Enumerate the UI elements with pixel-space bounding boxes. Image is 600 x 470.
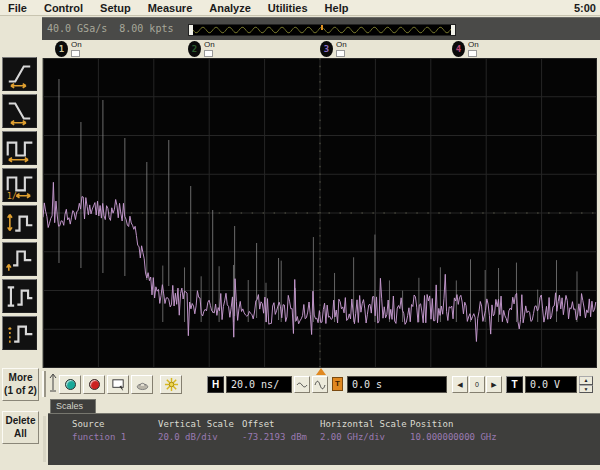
fall-time-icon: [4, 114, 35, 129]
channel-indicator[interactable]: [71, 50, 80, 57]
cursor-marker-icon[interactable]: [48, 372, 58, 394]
channel-2-button[interactable]: 2On: [188, 41, 215, 57]
run-icon: [65, 379, 76, 390]
v-top-icon: [4, 336, 35, 351]
source-value[interactable]: function 1: [72, 432, 126, 442]
hscale-increase-button[interactable]: [312, 376, 328, 393]
stop-icon: [89, 379, 100, 390]
waveform-graticule: [43, 58, 597, 368]
printer-icon: [135, 378, 150, 392]
channel-2-number: 2: [188, 41, 201, 57]
preview-waveform: [193, 25, 453, 35]
position-zero-button[interactable]: 0: [469, 376, 485, 393]
channel-button-row: 1On2On3On4On: [42, 40, 600, 58]
touch-window-icon: [111, 377, 126, 392]
menu-setup[interactable]: Setup: [100, 2, 131, 14]
more-page-label: (1 of 2): [4, 385, 37, 396]
channel-3-button[interactable]: 3On: [320, 41, 347, 57]
scope-main-area: 40.0 GSa/s 8.00 kpts 1On2On3On4On: [42, 17, 600, 470]
col-header-vscale: Vertical Scale: [158, 419, 234, 429]
channel-indicator[interactable]: [336, 50, 345, 57]
col-header-offset: Offset: [242, 419, 275, 429]
horizontal-scale-field[interactable]: 20.0 ns/: [226, 376, 292, 393]
stop-button[interactable]: [83, 375, 105, 394]
clear-display-star-icon: [164, 377, 179, 392]
acquisition-status-bar: 40.0 GSa/s 8.00 kpts: [42, 17, 600, 40]
v-top-icon-button[interactable]: [2, 316, 37, 350]
rise-time-icon: [4, 77, 35, 92]
menu-bar: File Control Setup Measure Analyze Utili…: [0, 0, 600, 16]
channel-indicator[interactable]: [204, 50, 213, 57]
position-right-button[interactable]: ▶: [486, 376, 502, 393]
period-icon: [4, 151, 35, 166]
channel-4-number: 4: [452, 41, 465, 57]
channel-on-label: On: [204, 41, 215, 49]
channel-4-button[interactable]: 4On: [452, 41, 479, 57]
negative-width-icon-button[interactable]: [2, 242, 37, 276]
col-header-position: Position: [410, 419, 453, 429]
delete-label: Delete: [5, 415, 35, 426]
trigger-setup-button[interactable]: T: [506, 376, 523, 393]
positive-width-icon: [4, 225, 35, 240]
trigger-level-spinner: ▲ ▼: [579, 376, 593, 393]
sample-rate-and-depth: 40.0 GSa/s 8.00 kpts: [47, 23, 173, 34]
fall-time-icon-button[interactable]: [2, 94, 37, 128]
channel-1-number: 1: [55, 41, 68, 57]
menu-measure[interactable]: Measure: [148, 2, 193, 14]
preview-center-tick: [321, 25, 323, 30]
touch-window-button[interactable]: [107, 375, 129, 394]
period-icon-button[interactable]: [2, 131, 37, 165]
v-amplitude-icon-button[interactable]: [2, 279, 37, 313]
channel-on-label: On: [71, 41, 82, 49]
hscale-decrease-button[interactable]: [294, 376, 310, 393]
spinner-up-button[interactable]: ▲: [579, 376, 593, 385]
waveform-display[interactable]: [42, 58, 597, 368]
more-label: More: [9, 372, 33, 383]
positive-width-icon-button[interactable]: [2, 205, 37, 239]
delete-all-label: All: [14, 428, 27, 439]
position-value[interactable]: 10.000000000 GHz: [410, 432, 497, 442]
negative-width-icon: [4, 262, 35, 277]
trigger-position-field[interactable]: 0.0 s: [347, 376, 447, 393]
clock: 5:00: [574, 2, 596, 14]
menu-control[interactable]: Control: [44, 2, 83, 14]
tab-scales[interactable]: Scales: [50, 399, 96, 413]
horizontal-scale-value[interactable]: 2.00 GHz/div: [320, 432, 385, 442]
delete-all-button[interactable]: Delete All: [2, 411, 39, 444]
horizontal-trigger-toolbar: H 20.0 ns/ T 0.0 s ◀ 0 ▶ T 0.0 V ▲ ▼: [42, 368, 600, 399]
measurement-icon-column: 1/: [2, 57, 37, 350]
run-button[interactable]: [59, 375, 81, 394]
more-measurements-button[interactable]: More (1 of 2): [2, 368, 39, 401]
menu-analyze[interactable]: Analyze: [209, 2, 251, 14]
rise-time-icon-button[interactable]: [2, 57, 37, 91]
vertical-scale-value[interactable]: 20.0 dB/div: [158, 432, 218, 442]
print-button[interactable]: [131, 375, 153, 394]
channel-3-number: 3: [320, 41, 333, 57]
v-amplitude-icon: [4, 299, 35, 314]
toolbar-gripper[interactable]: [42, 371, 46, 397]
channel-1-button[interactable]: 1On: [55, 41, 82, 57]
large-sine-icon: [314, 380, 326, 390]
spinner-down-button[interactable]: ▼: [579, 385, 593, 394]
frequency-icon-button[interactable]: 1/: [2, 168, 37, 202]
menu-file[interactable]: File: [8, 2, 27, 14]
menu-utilities[interactable]: Utilities: [268, 2, 308, 14]
clear-display-button[interactable]: [160, 375, 182, 394]
menu-help[interactable]: Help: [325, 2, 349, 14]
channel-on-label: On: [336, 41, 347, 49]
panel-gripper[interactable]: [43, 416, 46, 462]
trigger-position-marker[interactable]: [316, 368, 326, 375]
trigger-position-button[interactable]: T: [332, 377, 343, 391]
col-header-hscale: Horizontal Scale: [320, 419, 407, 429]
oscilloscope-app: File Control Setup Measure Analyze Utili…: [0, 0, 600, 470]
trigger-level-field[interactable]: 0.0 V: [525, 376, 577, 393]
channel-indicator[interactable]: [468, 50, 477, 57]
preview-right-cap[interactable]: [451, 25, 455, 35]
offset-value[interactable]: -73.2193 dBm: [242, 432, 307, 442]
sample-rate: 40.0 GSa/s: [47, 23, 107, 34]
channel-on-label: On: [468, 41, 479, 49]
acquisition-preview-bar[interactable]: [188, 24, 456, 36]
measurement-sidebar: 1/ More (1 of 2) Delete All: [0, 17, 42, 470]
position-left-button[interactable]: ◀: [452, 376, 468, 393]
horizontal-setup-button[interactable]: H: [207, 376, 224, 393]
